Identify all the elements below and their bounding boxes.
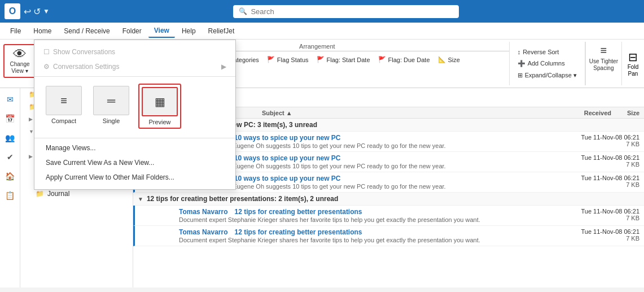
save-current-view-item[interactable]: Save Current View As a New View... <box>34 155 235 170</box>
search-input[interactable] <box>251 7 453 16</box>
arrange-flag-status-button[interactable]: 🚩 Flag Status <box>264 55 312 64</box>
email-subject: 10 ways to spice up your new PC <box>234 175 341 182</box>
email-subject: 10 ways to spice up your new PC <box>234 134 341 142</box>
email-meta: Tue 11-Nov-08 06:21 7 KB <box>527 175 639 188</box>
email-date: Tue 11-Nov-08 06:21 <box>581 154 639 161</box>
single-view-icon: ═ <box>93 86 129 115</box>
sidebar-journal-label: Journal <box>47 190 69 198</box>
add-columns-button[interactable]: ➕ Add Columns <box>514 59 580 68</box>
apply-current-view-item[interactable]: Apply Current View to Other Mail Folders… <box>34 170 235 185</box>
email-content: Tomas Navarro 12 tips for creating bette… <box>179 208 527 223</box>
email-content: Tomas Navarro 12 tips for creating bette… <box>179 228 527 243</box>
email-date: Tue 11-Nov-08 06:21 <box>581 208 639 215</box>
change-view-label: ChangeView ▾ <box>10 61 29 75</box>
email-size: 7 KB <box>626 181 639 188</box>
col-header-received[interactable]: Received <box>527 110 611 116</box>
email-meta: Tue 11-Nov-08 06:21 7 KB <box>527 208 639 221</box>
flag-status-icon: 🚩 <box>267 56 275 63</box>
sidebar-icon-home[interactable]: 🏠 <box>2 168 18 184</box>
email-preview: Document expert Stephanie Krieger shares… <box>179 216 527 223</box>
menu-send-receive[interactable]: Send / Receive <box>58 25 115 37</box>
email-meta: Tue 11-Nov-08 06:21 7 KB <box>527 154 639 168</box>
change-view-icon: 👁 <box>13 47 27 61</box>
email-subject: 10 ways to spice up your new PC <box>234 154 341 162</box>
reverse-sort-button[interactable]: ↕ Reverse Sort <box>514 47 580 56</box>
email-group-2-header[interactable]: ▼ 12 tips for creating better presentati… <box>133 193 644 206</box>
sidebar-icon-calendar[interactable]: 📅 <box>2 111 18 127</box>
top-bar: O ↩ ↺ ▼ 🔍 <box>0 0 644 23</box>
single-view-label: Single <box>103 117 120 124</box>
undo-icon[interactable]: ↩ <box>24 6 31 17</box>
change-view-dropdown: ☐ Show Conversations ⚙ Conversation Sett… <box>34 40 236 190</box>
menu-file[interactable]: File <box>5 25 27 37</box>
group-2-label: 12 tips for creating better presentation… <box>147 195 338 203</box>
col-header-size[interactable]: Size <box>611 110 639 116</box>
sidebar-icon-notes[interactable]: 📋 <box>2 188 18 203</box>
group2-collapse-icon: ▼ <box>138 196 143 202</box>
show-conversations-option[interactable]: ☐ Show Conversations <box>34 45 235 59</box>
email-icons-col <box>142 228 179 229</box>
table-row[interactable]: Tomas Navarro 12 tips for creating bette… <box>133 226 644 246</box>
expand-calendar-icon: ▶ <box>29 116 33 122</box>
use-tighter-spacing-button[interactable]: ≡ Use TighterSpacing <box>585 42 621 85</box>
search-bar[interactable]: 🔍 <box>233 5 459 18</box>
manage-views-item[interactable]: Manage Views... <box>34 141 235 155</box>
menu-folder[interactable]: Folder <box>117 25 147 37</box>
expand-icon: ⊞ <box>518 72 523 79</box>
table-row[interactable]: Tomas Navarro 12 tips for creating bette… <box>133 206 644 226</box>
fold-pane-icon[interactable]: ⊟ <box>628 50 638 64</box>
quick-access-toolbar: ↩ ↺ ▼ <box>24 6 50 17</box>
divider-1 <box>34 76 235 77</box>
ribbon: 👁 ChangeView ▾ ⚙ ViewSettings ↺ ResetVie… <box>0 40 644 88</box>
folder-icon-journal: 📁 <box>36 190 44 198</box>
email-subject: 12 tips for creating better presentation… <box>234 228 362 236</box>
preview-view-label: Preview <box>148 119 170 125</box>
col-header-subject[interactable]: Subject ▲ <box>262 110 527 116</box>
expand-contacts-icon: ▼ <box>29 129 34 134</box>
expand-archive-icon: ▶ <box>29 154 33 159</box>
email-sender: Tomas Navarro <box>179 228 227 236</box>
sidebar-icon-tasks[interactable]: ✔ <box>2 149 18 165</box>
email-icons-col <box>142 208 179 209</box>
compact-view-option[interactable]: ≡ Compact <box>43 84 84 129</box>
settings-icon: ⚙ <box>43 63 50 71</box>
email-size: 7 KB <box>626 161 639 168</box>
preview-view-option[interactable]: ▦ Preview <box>138 84 181 129</box>
email-subject: 12 tips for creating better presentation… <box>234 208 362 216</box>
expand-collapse-button[interactable]: ⊞ Expand/Collapse ▾ <box>514 71 580 80</box>
sync-icon[interactable]: ↺ <box>33 6 41 17</box>
conversation-settings-option[interactable]: ⚙ Conversation Settings ▶ <box>34 59 235 74</box>
sidebar-icon-mail[interactable]: ✉ <box>2 91 18 107</box>
add-columns-icon: ➕ <box>518 60 525 67</box>
email-date: Tue 11-Nov-08 06:21 <box>581 228 639 235</box>
conversation-settings-label: Conversation Settings <box>53 63 119 71</box>
email-size: 7 KB <box>626 235 639 242</box>
view-options: ≡ Compact ═ Single ▦ Preview <box>34 79 235 136</box>
sidebar-icon-contacts[interactable]: 👥 <box>2 130 18 146</box>
compact-view-icon: ≡ <box>46 86 82 115</box>
arrange-flag-due-button[interactable]: 🚩 Flag: Due Date <box>375 55 433 64</box>
email-size: 7 KB <box>626 215 639 221</box>
menu-bar: File Home Send / Receive Folder View Hel… <box>0 23 644 40</box>
fold-pane-label: FoldPan <box>628 64 638 77</box>
menu-view[interactable]: View <box>148 24 175 38</box>
app-icon: O <box>5 3 20 19</box>
menu-help[interactable]: Help <box>176 25 201 37</box>
customize-icon[interactable]: ▼ <box>43 7 50 15</box>
show-conversations-label: Show Conversations <box>53 48 115 56</box>
menu-reliefjet[interactable]: ReliefJet <box>203 25 240 37</box>
menu-home[interactable]: Home <box>28 25 57 37</box>
flag-due-icon: 🚩 <box>378 56 386 63</box>
email-meta: Tue 11-Nov-08 06:21 7 KB <box>527 134 639 147</box>
email-meta: Tue 11-Nov-08 06:21 7 KB <box>527 228 639 242</box>
tighter-spacing-label: Use TighterSpacing <box>589 58 618 72</box>
sort-icon: ↕ <box>518 49 521 55</box>
size-icon: 📐 <box>438 56 446 63</box>
arrange-size-button[interactable]: 📐 Size <box>435 55 463 64</box>
tighter-spacing-icon: ≡ <box>601 44 607 57</box>
change-view-button[interactable]: 👁 ChangeView ▾ <box>3 44 36 78</box>
single-view-option[interactable]: ═ Single <box>91 84 132 129</box>
sidebar-icon-rail: ✉ 📅 👥 ✔ 🏠 📋 <box>0 88 20 287</box>
compact-view-label: Compact <box>51 117 76 124</box>
arrange-flag-start-button[interactable]: 🚩 Flag: Start Date <box>313 55 374 64</box>
